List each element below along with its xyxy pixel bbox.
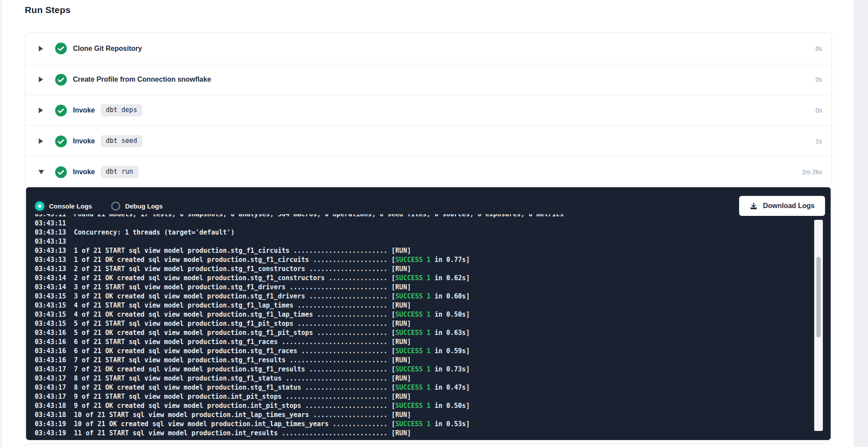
log-line: 03:43:13 1 of 21 START sql view model pr… (35, 246, 813, 255)
caret-right-icon[interactable] (38, 138, 44, 145)
log-line: 03:43:14 2 of 21 OK created sql view mod… (35, 274, 813, 283)
log-line: 03:43:19 10 of 21 OK created sql view mo… (35, 420, 813, 429)
console-panel: Console LogsDebug Logs Download Logs 03:… (26, 187, 831, 440)
log-line: 03:43:17 7 of 21 OK created sql view mod… (35, 365, 813, 374)
caret-down-icon[interactable] (38, 169, 44, 175)
run-steps-list: Clone Git Repository0sCreate Profile fro… (25, 33, 832, 187)
check-circle-icon (55, 166, 67, 178)
step-row-clone-git-repository[interactable]: Clone Git Repository0s (25, 33, 832, 64)
caret-right-icon[interactable] (38, 76, 44, 83)
log-line: 03:43:19 11 of 21 START sql view model p… (35, 429, 813, 438)
step-command-chip: dbt run (101, 166, 138, 178)
run-steps-card: Clone Git Repository0sCreate Profile fro… (25, 33, 832, 441)
console-log-lines: 03:43:11 Found 21 models, 17 tests, 0 sn… (35, 214, 813, 438)
log-scrollbar[interactable] (814, 220, 823, 431)
log-line: 03:43:16 7 of 21 START sql view model pr… (35, 356, 813, 365)
log-line: 03:43:14 3 of 21 START sql view model pr… (35, 283, 813, 292)
step-command-chip: dbt deps (101, 104, 142, 116)
download-logs-label: Download Logs (763, 202, 815, 210)
check-circle-icon (55, 136, 67, 147)
step-row-dbt-run[interactable]: Invokedbt run2m 26s (25, 156, 832, 187)
log-line: 03:43:13 (35, 237, 813, 246)
step-duration: 0s (815, 107, 822, 114)
page-left-gutter (0, 0, 2, 447)
download-logs-button[interactable]: Download Logs (739, 196, 825, 216)
step-duration: 2m 26s (802, 169, 822, 175)
step-label: Invoke (73, 106, 95, 114)
step-label: Invoke (73, 137, 95, 145)
log-line: 03:43:15 4 of 21 START sql view model pr… (35, 301, 813, 310)
log-line: 03:43:16 6 of 21 OK created sql view mod… (35, 347, 813, 356)
log-line: 03:43:11 (35, 219, 813, 228)
caret-right-icon[interactable] (38, 45, 44, 52)
console-logs-option[interactable]: Console Logs (35, 202, 92, 211)
caret-right-icon[interactable] (38, 107, 44, 114)
debug-logs-label[interactable]: Debug Logs (125, 202, 163, 210)
log-line: 03:43:17 8 of 21 OK created sql view mod… (35, 383, 813, 392)
step-label: Invoke (73, 168, 95, 176)
step-row-dbt-seed[interactable]: Invokedbt seed1s (25, 126, 832, 156)
console-logs-radio[interactable] (35, 202, 44, 211)
check-circle-icon (55, 43, 67, 54)
log-line: 03:43:15 5 of 21 START sql view model pr… (35, 319, 813, 328)
log-type-toggle: Console LogsDebug Logs (35, 202, 182, 211)
debug-logs-option[interactable]: Debug Logs (111, 202, 163, 211)
step-label: Create Profile from Connection snowflake (73, 76, 211, 83)
step-duration: 0s (815, 45, 822, 52)
step-duration: 1s (815, 138, 822, 145)
console-header: Console LogsDebug Logs Download Logs (35, 196, 825, 216)
check-circle-icon (55, 74, 67, 86)
next-section-edge (25, 444, 832, 447)
log-line: 03:43:16 5 of 21 OK created sql view mod… (35, 328, 813, 338)
log-line: 03:43:17 9 of 21 START sql view model pr… (35, 392, 813, 401)
step-row-dbt-deps[interactable]: Invokedbt deps0s (25, 95, 832, 126)
check-circle-icon (55, 105, 67, 116)
log-line: 03:43:16 6 of 21 START sql view model pr… (35, 338, 813, 347)
log-line: 03:43:13 1 of 21 OK created sql view mod… (35, 255, 813, 265)
step-duration: 0s (815, 76, 822, 83)
log-line: 03:43:17 8 of 21 START sql view model pr… (35, 374, 813, 383)
step-command-chip: dbt seed (101, 135, 142, 147)
debug-logs-radio[interactable] (111, 202, 120, 211)
log-line: 03:43:15 4 of 21 OK created sql view mod… (35, 310, 813, 319)
page-title: Run Steps (25, 5, 71, 15)
console-logs-label[interactable]: Console Logs (49, 202, 92, 210)
log-line: 03:43:15 3 of 21 OK created sql view mod… (35, 292, 813, 301)
download-tray-icon (750, 202, 758, 210)
log-line: 03:43:18 10 of 21 START sql view model p… (35, 411, 813, 420)
step-row-create-profile-snowflake[interactable]: Create Profile from Connection snowflake… (25, 64, 832, 95)
log-line: 03:43:13 Concurrency: 1 threads (target=… (35, 228, 813, 237)
log-line: 03:43:18 9 of 21 OK created sql view mod… (35, 401, 813, 411)
log-scrollbar-thumb[interactable] (816, 257, 821, 338)
log-line: 03:43:13 2 of 21 START sql view model pr… (35, 265, 813, 274)
step-label: Clone Git Repository (73, 45, 142, 53)
page-right-gutter (854, 0, 868, 447)
console-log-viewport[interactable]: 03:43:11 Found 21 models, 17 tests, 0 sn… (35, 214, 813, 438)
